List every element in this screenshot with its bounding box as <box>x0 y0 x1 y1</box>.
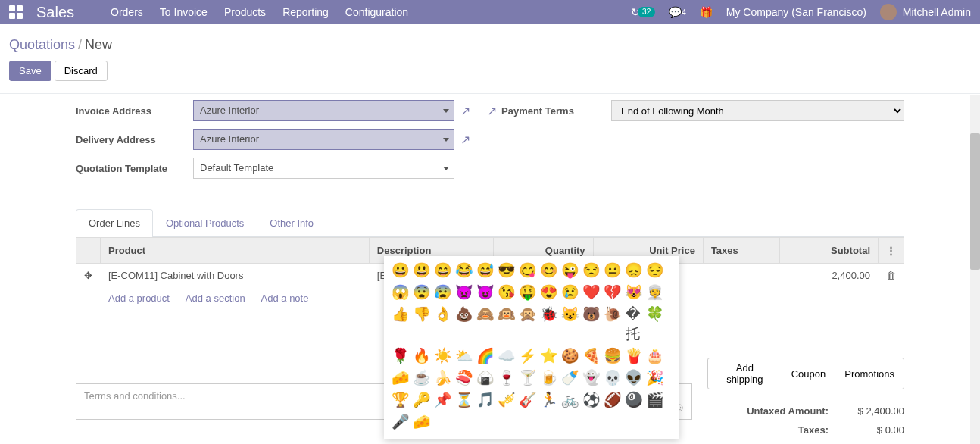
emoji-item[interactable]: 🚲 <box>561 390 576 410</box>
emoji-item[interactable]: 👿 <box>455 283 470 302</box>
invoice-address-external-link-icon[interactable]: ↗ <box>460 104 470 118</box>
emoji-item[interactable]: 🍸 <box>519 368 534 388</box>
emoji-item[interactable]: 🧀 <box>392 368 407 388</box>
emoji-item[interactable]: �托 <box>625 305 640 344</box>
emoji-item[interactable]: ❤️ <box>582 283 598 302</box>
discard-button[interactable]: Discard <box>55 61 108 81</box>
coupon-button[interactable]: Coupon <box>782 358 836 389</box>
nav-reporting[interactable]: Reporting <box>282 6 329 18</box>
emoji-item[interactable]: 🙊 <box>519 305 534 344</box>
emoji-item[interactable]: 🎸 <box>519 390 534 410</box>
messaging-icon[interactable]: 💬4 <box>669 6 686 18</box>
emoji-item[interactable]: 😐 <box>604 261 619 280</box>
vertical-scrollbar[interactable] <box>970 95 980 444</box>
delete-row-icon[interactable]: 🗑 <box>879 264 904 288</box>
emoji-item[interactable]: ⭐ <box>540 346 555 366</box>
company-switcher[interactable]: My Company (San Francisco) <box>726 6 866 18</box>
cell-product[interactable]: [E-COM11] Cabinet with Doors <box>101 264 370 288</box>
emoji-item[interactable]: 🎂 <box>646 346 661 366</box>
col-options-icon[interactable]: ⋮ <box>879 238 904 264</box>
emoji-item[interactable]: 🌹 <box>392 346 407 366</box>
emoji-item[interactable]: 🎬 <box>646 390 661 410</box>
emoji-item[interactable]: 👽 <box>625 368 640 388</box>
emoji-item[interactable]: 😞 <box>625 261 640 280</box>
emoji-item[interactable]: 👎 <box>413 305 428 344</box>
emoji-item[interactable]: 🍣 <box>455 368 470 388</box>
emoji-item[interactable]: 🎱 <box>625 390 640 410</box>
emoji-item[interactable]: 🐻 <box>582 305 598 344</box>
add-shipping-button[interactable]: Add shipping <box>707 358 782 389</box>
emoji-item[interactable]: 🧀 <box>413 412 428 432</box>
save-button[interactable]: Save <box>9 61 51 81</box>
breadcrumb-root[interactable]: Quotations <box>9 37 75 52</box>
emoji-item[interactable]: 🍟 <box>625 346 640 366</box>
emoji-item[interactable]: 😎 <box>498 261 513 280</box>
emoji-item[interactable]: 😀 <box>392 261 407 280</box>
user-menu[interactable]: Mitchell Admin <box>880 4 971 20</box>
emoji-item[interactable]: 😒 <box>582 261 598 280</box>
emoji-item[interactable]: 😋 <box>519 261 534 280</box>
emoji-item[interactable]: 🍌 <box>434 368 449 388</box>
emoji-item[interactable]: 😘 <box>498 283 513 302</box>
emoji-item[interactable]: 🍔 <box>604 346 619 366</box>
emoji-item[interactable]: ⛅ <box>455 346 470 366</box>
payment-terms-field[interactable]: End of Following Month <box>611 100 904 121</box>
emoji-item[interactable]: 🙈 <box>476 305 492 344</box>
emoji-item[interactable]: 🔑 <box>413 390 428 410</box>
emoji-item[interactable]: 🔥 <box>413 346 428 366</box>
add-product-link[interactable]: Add a product <box>108 292 170 304</box>
nav-products[interactable]: Products <box>224 6 266 18</box>
emoji-item[interactable]: ⚡ <box>519 346 534 366</box>
delivery-address-external-link-icon[interactable]: ↗ <box>460 133 470 147</box>
tab-order-lines[interactable]: Order Lines <box>76 209 153 237</box>
tab-optional-products[interactable]: Optional Products <box>153 209 257 236</box>
delivery-address-field[interactable]: Azure Interior <box>193 129 454 150</box>
emoji-item[interactable]: 🎵 <box>476 390 492 410</box>
apps-icon[interactable] <box>9 5 23 19</box>
emoji-item[interactable]: 👳 <box>646 283 661 302</box>
emoji-item[interactable]: 😢 <box>561 283 576 302</box>
emoji-item[interactable]: 😃 <box>413 261 428 280</box>
emoji-item[interactable]: 🎉 <box>646 368 661 388</box>
emoji-item[interactable]: 🍕 <box>582 346 598 366</box>
emoji-item[interactable]: ⚽ <box>582 390 598 410</box>
emoji-item[interactable]: 👌 <box>434 305 449 344</box>
emoji-item[interactable]: 😍 <box>540 283 555 302</box>
app-brand[interactable]: Sales <box>36 4 74 21</box>
emoji-item[interactable]: 😈 <box>476 283 492 302</box>
emoji-item[interactable]: 😊 <box>540 261 555 280</box>
emoji-popup[interactable]: 😀😃😄😂😅😎😋😊😜😒😐😞😔😱😨😰👿😈😘🤑😍😢❤️💔😻👳👍👎👌💩🙈🙉🙊🐞😺🐻🐌�托… <box>384 256 679 439</box>
emoji-item[interactable]: 🎤 <box>392 412 407 432</box>
emoji-item[interactable]: 😄 <box>434 261 449 280</box>
emoji-item[interactable]: 🤑 <box>519 283 534 302</box>
emoji-item[interactable]: 🌈 <box>476 346 492 366</box>
emoji-item[interactable]: ☀️ <box>434 346 449 366</box>
gift-icon[interactable]: 🎁 <box>700 6 713 18</box>
activity-icon[interactable]: ↻32 <box>631 6 655 18</box>
tab-other-info[interactable]: Other Info <box>257 209 326 236</box>
nav-orders[interactable]: Orders <box>111 6 143 18</box>
emoji-item[interactable]: 🍺 <box>540 368 555 388</box>
nav-to-invoice[interactable]: To Invoice <box>160 6 208 18</box>
emoji-item[interactable]: 🍷 <box>498 368 513 388</box>
emoji-item[interactable]: 👻 <box>582 368 598 388</box>
emoji-item[interactable]: 😜 <box>561 261 576 280</box>
emoji-item[interactable]: ☁️ <box>498 346 513 366</box>
emoji-item[interactable]: 🏆 <box>392 390 407 410</box>
emoji-item[interactable]: 😺 <box>561 305 576 344</box>
nav-configuration[interactable]: Configuration <box>345 6 408 18</box>
emoji-item[interactable]: 🍪 <box>561 346 576 366</box>
emoji-item[interactable]: 🏈 <box>604 390 619 410</box>
emoji-item[interactable]: 🎺 <box>498 390 513 410</box>
quotation-template-field[interactable]: Default Template <box>193 158 454 179</box>
emoji-item[interactable]: 📌 <box>434 390 449 410</box>
emoji-item[interactable]: 🙉 <box>498 305 513 344</box>
emoji-item[interactable]: 👍 <box>392 305 407 344</box>
emoji-item[interactable]: 🏃 <box>540 390 555 410</box>
emoji-item[interactable]: ⏳ <box>455 390 470 410</box>
promotions-button[interactable]: Promotions <box>835 358 904 389</box>
payment-terms-external-link-icon[interactable]: ↗ <box>487 104 497 118</box>
emoji-item[interactable]: 😅 <box>476 261 492 280</box>
emoji-item[interactable]: 😰 <box>434 283 449 302</box>
drag-handle-icon[interactable]: ✥ <box>76 264 101 288</box>
